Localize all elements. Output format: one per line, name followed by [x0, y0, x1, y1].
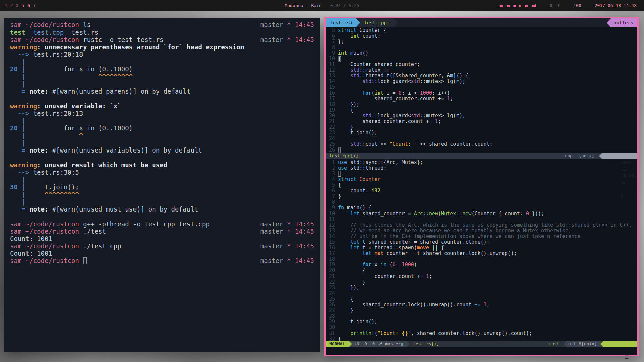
code-line[interactable]: 20 { [326, 268, 637, 274]
code-line[interactable]: 9int main() [326, 50, 637, 56]
tab-test-cpp[interactable]: test.cpp+ [359, 18, 394, 27]
token [338, 222, 350, 228]
code-line[interactable]: 15 let t_shared_counter = shared_counter… [326, 239, 637, 245]
code-line[interactable]: 3 [326, 171, 637, 177]
tab-test-rs[interactable]: test.rs+ [326, 18, 360, 27]
code-line[interactable]: 7} [326, 194, 637, 199]
token: { [338, 182, 341, 188]
code-text [338, 171, 341, 177]
workspace-button[interactable]: 3 [16, 3, 19, 8]
code-line[interactable]: 21 counter.count += 1; [326, 274, 637, 279]
cursor-block: } [338, 147, 341, 153]
code-line[interactable]: 8 [326, 199, 637, 205]
code-line[interactable]: 30 [326, 325, 637, 330]
code-line[interactable]: 2use std::thread; [326, 165, 637, 171]
terminal-line: warning: unused variable: `x` [10, 102, 314, 110]
code-line[interactable]: 17 let mut counter = t_shared_counter.lo… [326, 251, 637, 256]
skip-back-icon[interactable]: ◀◀ [497, 3, 501, 8]
code-line[interactable]: 14 std::lock_guard<std::mutex> lg(m); [326, 79, 637, 84]
code-line[interactable]: 19 { [326, 107, 637, 113]
code-line[interactable]: 25 std::cout << "Count: " << shared_coun… [326, 141, 637, 147]
code-line[interactable]: 20 std::lock_guard<std::mutex> lg(m); [326, 113, 637, 119]
token: } [338, 124, 353, 130]
stop-icon[interactable]: ■ [513, 3, 515, 8]
terminal-output: sam ~/code/rustcon lsmaster * 14:45test … [10, 21, 314, 264]
code-line[interactable]: 11 [326, 217, 637, 222]
code-line[interactable]: 12 std::mutex m; [326, 67, 637, 73]
token: 1000 [420, 90, 432, 96]
buffers-label[interactable]: buffers [607, 18, 637, 27]
workspace-button[interactable]: 6 [27, 3, 30, 8]
rust-editor-area[interactable]: 1use std::sync::{Arc, Mutex};2use std::t… [326, 159, 637, 341]
code-line[interactable]: 5{ [326, 182, 637, 188]
skip-next-icon[interactable]: ▶▶ [532, 3, 536, 8]
token: | [10, 132, 29, 139]
terminal-line: sam ~/code/rustcon g++ -pthread -o test_… [10, 220, 314, 228]
code-line[interactable]: 17 shared_counter.count += 1; [326, 96, 637, 102]
workspace-button[interactable]: 7 [33, 3, 36, 8]
vim-window[interactable]: test.rs+ test.cpp+ buffers 5struct Count… [324, 17, 639, 356]
terminal-line-text: --> test.rs:20:18 [10, 51, 83, 58]
code-line[interactable]: 26 shared_counter.lock().unwrap().count … [326, 302, 637, 308]
token [338, 233, 350, 239]
code-line[interactable]: 4struct Counter [326, 177, 637, 182]
random-icon[interactable]: ? [557, 3, 560, 8]
cpp-editor-area[interactable]: 5struct Counter {6 int count;7};89int ma… [326, 27, 637, 153]
code-line[interactable]: 11 Counter shared_counter; [326, 62, 637, 67]
code-line[interactable]: 16 for(int i = 0; i < 1000; i++) [326, 90, 637, 96]
code-line[interactable]: 28 [326, 313, 637, 319]
code-line[interactable]: 10 let shared_counter = Arc::new(Mutex::… [326, 211, 637, 217]
code-line[interactable]: 22 } [326, 124, 637, 130]
code-line[interactable]: 24 [326, 291, 637, 296]
code-line[interactable]: 6 int count; [326, 33, 637, 39]
token: int [374, 90, 383, 96]
token: Counter shared_counter; [338, 61, 420, 67]
code-line[interactable]: 18 }); [326, 102, 637, 107]
code-line[interactable]: 23 t.join(); [326, 130, 637, 136]
code-line[interactable]: 32} [326, 336, 637, 341]
code-line[interactable]: 27 } [326, 308, 637, 313]
code-line[interactable]: 13 // We need an Arc here because we can… [326, 228, 637, 234]
repeat-icon[interactable]: O [550, 3, 552, 8]
play-icon[interactable]: ▶ [519, 3, 520, 8]
code-line[interactable]: 21 shared_counter.count += 1; [326, 119, 637, 124]
code-line[interactable]: 15 [326, 84, 637, 90]
code-line[interactable]: 26} [326, 147, 637, 153]
code-line[interactable]: 22 } [326, 279, 637, 285]
code-line[interactable]: 25 { [326, 296, 637, 302]
line-number: 20 [326, 113, 335, 119]
code-line[interactable]: 16 let t = thread::spawn(move || { [326, 245, 637, 251]
code-line[interactable]: 10{ [326, 56, 637, 62]
code-line[interactable]: 24 [326, 136, 637, 141]
code-line[interactable]: 29 t.join(); [326, 319, 637, 325]
code-line[interactable]: 14 // unlike in the C++ implementation a… [326, 234, 637, 239]
line-number: 15 [326, 84, 335, 90]
terminal-window[interactable]: sam ~/code/rustcon lsmaster * 14:45test … [4, 18, 320, 352]
token: || { [429, 245, 444, 251]
code-line[interactable]: 5struct Counter { [326, 27, 637, 33]
code-line[interactable]: 7}; [326, 39, 637, 45]
rewind-icon[interactable]: ◀◀ [506, 3, 509, 8]
line-number: 3 [326, 171, 335, 177]
token: use [338, 165, 347, 171]
prompt-git-info: master * 14:45 [260, 228, 314, 235]
fast-forward-icon[interactable]: ▶▶ [525, 3, 528, 8]
code-line[interactable]: 8 [326, 45, 637, 50]
code-line[interactable]: 6 count: i32 [326, 188, 637, 194]
code-line[interactable]: 23 }); [326, 285, 637, 291]
line-number: 26 [326, 147, 335, 153]
workspace-button[interactable]: 5 [21, 3, 24, 8]
code-line[interactable]: 9fn main() { [326, 205, 637, 211]
code-line[interactable]: 1use std::sync::{Arc, Mutex}; [326, 160, 637, 165]
line-number: 32 [326, 336, 335, 341]
workspace-button[interactable]: 2 [10, 3, 13, 8]
code-line[interactable]: 12 // This clones the Arc, which is the … [326, 222, 637, 228]
code-line[interactable]: 18 [326, 256, 637, 262]
code-line[interactable]: 19 for x in (0..1000) [326, 262, 637, 268]
code-line[interactable]: 31 println!("Count: {}", shared_counter.… [326, 330, 637, 336]
line-number: 9 [326, 50, 335, 56]
line-number: 8 [326, 199, 335, 205]
terminal-line-text: | ^^^^^^^^^ [10, 73, 133, 80]
workspace-button[interactable]: 1 [5, 3, 7, 8]
code-line[interactable]: 13 std::thread t([&shared_counter, &m]()… [326, 73, 637, 79]
